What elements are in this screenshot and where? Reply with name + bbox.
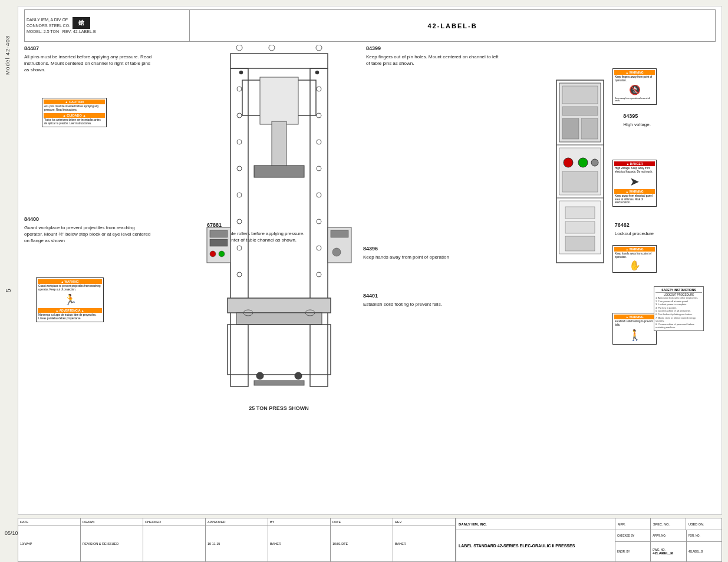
svg-rect-8 — [272, 121, 286, 168]
company-logo: DANLY IEM, A DIV OF CONNORS STEEL CO. 鎗 — [27, 17, 187, 29]
svg-rect-9 — [254, 166, 304, 177]
electrical-cabinet-svg — [554, 77, 607, 272]
svg-point-53 — [564, 158, 573, 167]
page-number: 5 — [5, 289, 12, 292]
cell-val-dates: 10 11 15 — [206, 525, 268, 561]
svg-rect-56 — [562, 171, 598, 192]
svg-point-19 — [317, 113, 321, 118]
annotation-84396: 84396 Keep hands away from point of oper… — [363, 245, 449, 260]
warning-label-84400: ▲ WARNING Guard workplace to prevent pro… — [36, 277, 104, 322]
svg-point-3 — [316, 45, 322, 51]
cell-val-by: BAHER — [268, 525, 331, 561]
svg-point-22 — [317, 193, 321, 197]
svg-point-14 — [237, 193, 242, 197]
bottom-left-section: DATE DRAWN CHECKED APPROVED BY DATE REV … — [18, 518, 456, 561]
svg-rect-0 — [230, 54, 328, 68]
main-drawing-area: DANLY IEM, A DIV OF CONNORS STEEL CO. 鎗 … — [18, 6, 722, 515]
svg-point-32 — [210, 251, 216, 257]
title-left-info: DANLY IEM, A DIV OF CONNORS STEEL CO. 鎗 … — [25, 10, 190, 41]
drawing-content: 84487 All pins must be inserted before a… — [24, 45, 716, 508]
spec-cell: SPEC. NO.: — [651, 518, 686, 530]
page-date: 05/10 — [5, 530, 18, 536]
svg-point-42 — [256, 372, 263, 379]
svg-text:25 TON PRESS SHOWN: 25 TON PRESS SHOWN — [249, 405, 308, 411]
bottom-row-2: 10/WHP REVISION & REISSUED 10 11 15 BAHE… — [18, 525, 456, 561]
svg-rect-5 — [310, 68, 328, 386]
svg-rect-48 — [562, 107, 598, 115]
svg-rect-35 — [331, 230, 348, 237]
engr-cell: ENGR. BY — [615, 542, 651, 561]
svg-point-38 — [315, 71, 319, 74]
dwg-info-cells: CHECKED BY APPR. NO. FOR. NO. — [615, 530, 722, 561]
svg-point-36 — [332, 248, 341, 256]
annotation-84487: 84487 All pins must be inserted before a… — [24, 45, 154, 73]
br-top-row: DANLY IEM, INC. MFR: SPEC. NO.: USED ON: — [456, 518, 722, 530]
svg-rect-49 — [562, 118, 579, 139]
svg-rect-47 — [562, 86, 598, 104]
svg-rect-41 — [254, 381, 304, 385]
svg-rect-26 — [228, 298, 331, 313]
page-container: Model 42-403 5 05/10 DANLY IEM, A DIV OF… — [0, 0, 728, 562]
company-info: DANLY IEM, A DIV OF CONNORS STEEL CO. — [27, 17, 70, 29]
warning-label-84401: ▲ WARNING Establish solid footing to pre… — [612, 313, 657, 345]
bottom-right-section: DANLY IEM, INC. MFR: SPEC. NO.: USED ON:… — [456, 518, 722, 561]
company-logo-box: 鎗 — [73, 17, 90, 29]
appr-cell: APPR. NO. — [651, 530, 686, 541]
br-title-row: LABEL STANDARD 42-SERIES ELEC-ORAULIC II… — [456, 530, 722, 561]
annotation-84401: 84401 Establish solid footing to prevent… — [363, 292, 442, 308]
svg-point-16 — [237, 246, 242, 250]
svg-point-13 — [237, 166, 242, 171]
annotation-84399: 84399 Keep fingers out of pin holes. Mou… — [366, 45, 502, 67]
dwg-bottom-row: ENGR. BY DWG. NO. 42LABEL_B 42LABEL_B — [615, 542, 722, 561]
checked-by-cell: CHECKED BY — [615, 530, 651, 541]
annotation-84395: 84395 High voltage. — [623, 113, 651, 128]
cell-approved: APPROVED — [206, 518, 268, 525]
rev-val-cell: 42LABEL_B — [687, 542, 722, 561]
cell-checked: CHECKED — [143, 518, 206, 525]
svg-point-12 — [237, 140, 242, 144]
cell-val-drawn: REVISION & REISSUED — [81, 525, 143, 561]
annotation-76462: 76462 Lockout procedure — [615, 222, 654, 237]
svg-point-43 — [295, 372, 302, 379]
svg-rect-4 — [230, 68, 248, 386]
company-name-cell: DANLY IEM, INC. — [456, 518, 615, 530]
svg-rect-31 — [210, 239, 228, 246]
title-block: DANLY IEM, A DIV OF CONNORS STEEL CO. 鎗 … — [24, 9, 716, 42]
svg-point-33 — [219, 251, 225, 257]
bottom-block-inner: DATE DRAWN CHECKED APPROVED BY DATE REV … — [18, 518, 722, 561]
warning-label-84399: ▲ WARNING Keep fingers away from point o… — [612, 68, 657, 105]
svg-point-15 — [237, 219, 242, 224]
svg-rect-50 — [581, 118, 598, 139]
cell-rev: REV — [393, 518, 456, 525]
svg-point-23 — [317, 219, 321, 224]
series-title-cell: LABEL STANDARD 42-SERIES ELEC-ORAULIC II… — [456, 530, 615, 561]
mfr-cell: MFR: — [615, 518, 651, 530]
cell-date: DATE — [18, 518, 81, 525]
caution-label-84487: ▲ CAUTION ALL pins must be inserted befo… — [42, 98, 107, 127]
model-label: Model 42-403 — [5, 35, 11, 75]
cell-date2: DATE — [331, 518, 393, 525]
svg-point-20 — [317, 140, 321, 144]
svg-point-18 — [317, 87, 321, 91]
cell-by: BY — [268, 518, 331, 525]
cell-val-date3: 10/01 DTE — [331, 525, 393, 561]
svg-rect-61 — [565, 236, 595, 251]
model-sub-info: MODEL: 2.5 TON REV: 42-LABEL-B — [27, 29, 187, 35]
svg-point-25 — [317, 272, 321, 277]
dwg-no-val-cell: DWG. NO. 42LABEL_B — [651, 542, 686, 561]
svg-point-2 — [269, 45, 275, 51]
svg-point-54 — [578, 158, 588, 167]
cell-val-date: 10/WHP — [18, 525, 81, 561]
annotation-84400: 84400 Guard workplace to prevent project… — [24, 216, 154, 244]
safety-instructions-box: SAFETY INSTRUCTIONS LOCKOUT PROCEDURE 1.… — [654, 286, 704, 331]
svg-rect-27 — [236, 313, 322, 325]
svg-point-17 — [237, 272, 242, 277]
svg-point-10 — [237, 87, 242, 91]
bottom-row-1: DATE DRAWN CHECKED APPROVED BY DATE REV — [18, 518, 456, 525]
cell-drawn: DRAWN — [81, 518, 143, 525]
press-diagram-svg: 25 TON PRESS SHOWN — [195, 45, 363, 439]
used-on-cell: USED ON: — [686, 518, 722, 530]
cell-val-rev: BAHER — [393, 525, 456, 561]
svg-point-21 — [317, 166, 321, 171]
svg-point-24 — [317, 246, 321, 250]
